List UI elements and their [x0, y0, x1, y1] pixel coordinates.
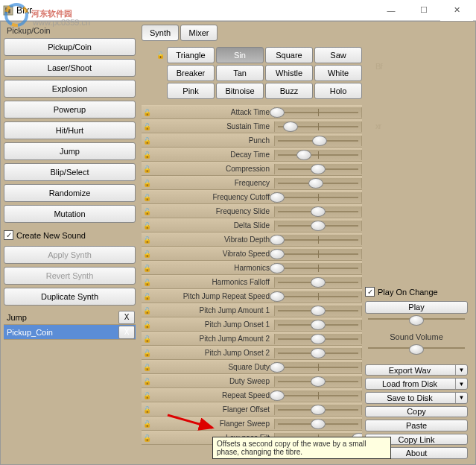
param-slider[interactable] [274, 277, 362, 288]
play-volume-slider[interactable] [365, 315, 468, 323]
param-row: 🔓Duty Sweep [142, 374, 362, 388]
load-dropdown[interactable]: ▼ [455, 379, 467, 389]
wave-square-button[interactable]: Square [265, 47, 313, 63]
sound-row[interactable]: Pickup_Coin X [4, 325, 136, 340]
param-slider[interactable] [274, 136, 362, 146]
param-slider[interactable] [274, 376, 362, 387]
param-label: Harmonics [152, 264, 274, 272]
param-slider[interactable] [274, 150, 362, 160]
lock-icon[interactable]: 🔓 [142, 151, 152, 159]
param-slider[interactable] [274, 334, 362, 344]
param-slider[interactable] [274, 291, 362, 302]
param-slider[interactable] [274, 206, 362, 217]
lock-icon[interactable]: 🔓 [142, 236, 152, 244]
param-slider[interactable] [274, 320, 362, 330]
save-dropdown[interactable]: ▼ [455, 393, 467, 403]
lock-icon[interactable]: 🔓 [142, 222, 152, 230]
param-slider[interactable] [274, 107, 362, 118]
gen-laser-shoot[interactable]: Laser/Shoot [4, 59, 136, 77]
gen-hit-hurt[interactable]: Hit/Hurt [4, 121, 136, 139]
param-slider[interactable] [274, 164, 362, 174]
lock-icon[interactable]: 🔓 [142, 364, 152, 371]
sound-volume-slider[interactable] [365, 344, 468, 352]
lock-icon[interactable]: 🔓 [142, 109, 152, 116]
wave-breaker-button[interactable]: Breaker [167, 65, 215, 81]
load-from-disk-button[interactable]: Load from Disk▼ [365, 378, 468, 390]
lock-icon[interactable]: 🔓 [142, 123, 152, 130]
param-slider[interactable] [274, 192, 362, 203]
param-slider[interactable] [274, 178, 362, 189]
lock-icon[interactable]: 🔓 [142, 335, 152, 343]
lock-icon[interactable]: 🔓 [142, 194, 152, 201]
param-row: 🔓Pitch Jump Amount 2 [142, 332, 362, 346]
wave-saw-button[interactable]: Saw [314, 47, 362, 63]
wave-sin-button[interactable]: Sin [216, 47, 264, 63]
wave-white-button[interactable]: White [314, 65, 362, 81]
lock-icon[interactable]: 🔓 [142, 378, 152, 385]
lock-icon[interactable]: 🔓 [142, 392, 152, 399]
export-wav-button[interactable]: Export Wav▼ [365, 364, 468, 376]
lock-icon[interactable]: 🔓 [142, 293, 152, 300]
wave-bitnoise-button[interactable]: Bitnoise [216, 83, 264, 99]
lock-icon[interactable]: 🔓 [142, 406, 152, 414]
gen-powerup[interactable]: Powerup [4, 101, 136, 118]
sound-delete-button[interactable]: X [118, 311, 135, 324]
param-slider[interactable] [274, 249, 362, 259]
wave-pink-button[interactable]: Pink [167, 83, 215, 99]
gen-randomize[interactable]: Randomize [4, 184, 136, 202]
wave-buzz-button[interactable]: Buzz [265, 83, 313, 99]
param-slider[interactable] [274, 306, 362, 316]
create-new-checkbox[interactable]: ✓ [4, 230, 13, 240]
lock-icon[interactable]: 🔓 [155, 47, 165, 63]
param-label: Delta Slide [152, 221, 274, 230]
wave-tan-button[interactable]: Tan [216, 65, 264, 81]
lock-icon[interactable]: 🔓 [142, 321, 152, 329]
param-slider[interactable] [274, 235, 362, 245]
maximize-button[interactable]: ☐ [407, 0, 440, 21]
lock-icon[interactable]: 🔓 [142, 307, 152, 314]
window-titlebar: Bfxr — ☐ ✕ [0, 0, 476, 21]
lock-icon[interactable]: 🔓 [142, 420, 152, 428]
param-slider[interactable] [274, 390, 362, 401]
tab-synth[interactable]: Synth [142, 25, 179, 41]
apply-synth-button[interactable]: Apply Synth [4, 246, 136, 264]
wave-whistle-button[interactable]: Whistle [265, 65, 313, 81]
sound-delete-button[interactable]: X [118, 326, 135, 339]
copy-button[interactable]: Copy [365, 406, 468, 418]
lock-icon[interactable]: 🔓 [142, 434, 152, 442]
param-slider[interactable] [274, 121, 362, 132]
param-slider[interactable] [274, 419, 362, 429]
lock-icon[interactable]: 🔓 [142, 279, 152, 286]
play-button[interactable]: Play [365, 301, 468, 314]
minimize-button[interactable]: — [375, 0, 407, 21]
lock-icon[interactable]: 🔓 [142, 137, 152, 145]
export-wav-dropdown[interactable]: ▼ [455, 365, 467, 376]
param-slider[interactable] [274, 263, 362, 273]
gen-jump[interactable]: Jump [4, 142, 136, 160]
paste-button[interactable]: Paste [365, 420, 468, 431]
tab-mixer[interactable]: Mixer [180, 25, 218, 41]
save-to-disk-button[interactable]: Save to Disk▼ [365, 392, 468, 404]
lock-icon[interactable]: 🔓 [142, 165, 152, 173]
param-slider[interactable] [274, 221, 362, 231]
wave-triangle-button[interactable]: Triangle [167, 47, 215, 63]
gen-explosion[interactable]: Explosion [4, 80, 136, 98]
sound-row[interactable]: Jump X [4, 310, 136, 325]
gen-mutation[interactable]: Mutation [4, 205, 136, 223]
wave-holo-button[interactable]: Holo [314, 83, 362, 99]
revert-synth-button[interactable]: Revert Synth [4, 267, 136, 285]
close-button[interactable]: ✕ [440, 0, 473, 21]
lock-icon[interactable]: 🔓 [142, 180, 152, 187]
param-slider[interactable] [274, 362, 362, 373]
param-label: Harmonics Falloff [152, 278, 274, 286]
lock-icon[interactable]: 🔓 [142, 208, 152, 215]
param-slider[interactable] [274, 348, 362, 358]
play-on-change-checkbox[interactable]: ✓ [365, 287, 375, 297]
gen-pickup-coin[interactable]: Pickup/Coin [4, 38, 136, 56]
lock-icon[interactable]: 🔓 [142, 265, 152, 272]
lock-icon[interactable]: 🔓 [142, 349, 152, 357]
gen-blip-select[interactable]: Blip/Select [4, 163, 136, 181]
duplicate-synth-button[interactable]: Duplicate Synth [4, 288, 136, 306]
param-slider[interactable] [274, 405, 362, 415]
lock-icon[interactable]: 🔓 [142, 250, 152, 258]
